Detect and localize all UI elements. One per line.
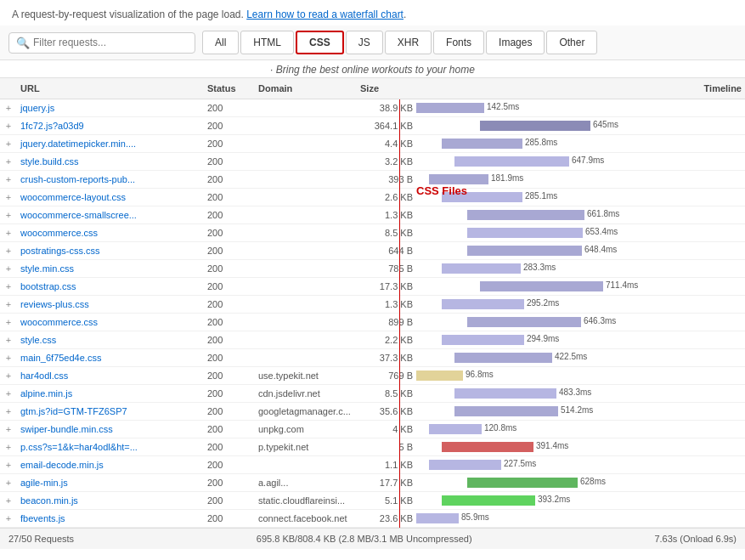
row-status: 200 [204, 101, 255, 115]
row-url[interactable]: agile-min.js [17, 476, 204, 489]
row-url[interactable]: bootstrap.css [17, 280, 204, 293]
row-timeline: 295.2ms [416, 296, 745, 313]
row-expand[interactable]: + [0, 440, 17, 454]
row-size: 17.7 KB [357, 476, 416, 489]
row-expand[interactable]: + [0, 351, 17, 365]
row-size: 17.3 KB [357, 280, 416, 293]
row-url[interactable]: style.min.css [17, 262, 204, 275]
table-row: + style.css 200 2.2 KB 294.9ms [0, 331, 745, 349]
row-expand[interactable]: + [0, 494, 17, 507]
row-status: 200 [204, 315, 255, 329]
row-url[interactable]: main_6f75ed4e.css [17, 351, 204, 365]
row-status: 200 [204, 369, 255, 382]
row-url[interactable]: 1fc72.js?a03d9 [17, 119, 204, 133]
row-url[interactable]: p.css?s=1&k=har4odl&ht=... [17, 440, 204, 454]
row-status: 200 [204, 208, 255, 222]
tab-html[interactable]: HTML [240, 31, 294, 54]
row-size: 38.9 KB [357, 101, 416, 115]
row-url[interactable]: woocommerce-smallscree... [17, 208, 204, 222]
tab-group: AllHTMLCSSJSXHRFontsImagesOther [202, 31, 597, 54]
row-url[interactable]: beacon.min.js [17, 494, 204, 507]
row-expand[interactable]: + [0, 244, 17, 257]
row-expand[interactable]: + [0, 512, 17, 525]
row-url[interactable]: style.css [17, 333, 204, 347]
row-url[interactable]: fbevents.js [17, 512, 204, 525]
row-size: 364.1 KB [357, 119, 416, 133]
table-row: + har4odl.css 200 use.typekit.net 769 B … [0, 367, 745, 385]
row-size: 3.2 KB [357, 155, 416, 168]
search-input[interactable] [33, 37, 186, 48]
row-expand[interactable]: + [0, 226, 17, 240]
row-url[interactable]: style.build.css [17, 155, 204, 168]
row-expand[interactable]: + [0, 190, 17, 204]
row-expand[interactable]: + [0, 315, 17, 329]
row-expand[interactable]: + [0, 404, 17, 418]
row-size: 4.4 KB [357, 137, 416, 150]
tab-xhr[interactable]: XHR [385, 31, 432, 54]
table-row: + woocommerce-layout.css 200 2.6 KB 285.… [0, 189, 745, 206]
filter-input-container: 🔍 [8, 32, 195, 54]
tab-fonts[interactable]: Fonts [433, 31, 484, 54]
row-url[interactable]: har4odl.css [17, 369, 204, 382]
tab-css[interactable]: CSS [296, 31, 344, 54]
row-expand[interactable]: + [0, 155, 17, 168]
row-timeline: 142.5ms [416, 99, 745, 116]
row-url[interactable]: woocommerce.css [17, 226, 204, 240]
row-status: 200 [204, 351, 255, 365]
row-expand[interactable]: + [0, 297, 17, 311]
row-url[interactable]: email-decode.min.js [17, 458, 204, 472]
top-description: A request-by-request visualization of th… [0, 0, 745, 25]
row-expand[interactable]: + [0, 458, 17, 472]
row-url[interactable]: gtm.js?id=GTM-TFZ6SP7 [17, 404, 204, 418]
row-url[interactable]: postratings-css.css [17, 244, 204, 257]
row-size: 35.6 KB [357, 404, 416, 418]
row-status: 200 [204, 173, 255, 186]
row-expand[interactable]: + [0, 208, 17, 222]
status-bar: 27/50 Requests 695.8 KB/808.4 KB (2.8 MB… [0, 528, 745, 549]
table-header: URL Status Domain Size Timeline [0, 78, 745, 99]
table-row: + jquery.datetimepicker.min.... 200 4.4 … [0, 135, 745, 153]
row-url[interactable]: alpine.min.js [17, 387, 204, 400]
row-expand[interactable]: + [0, 173, 17, 186]
row-timeline: 483.3ms [416, 385, 745, 402]
row-timeline: 661.8ms [416, 206, 745, 223]
tab-other[interactable]: Other [546, 31, 597, 54]
row-url[interactable]: swiper-bundle.min.css [17, 422, 204, 436]
row-status: 200 [204, 458, 255, 472]
row-expand[interactable]: + [0, 119, 17, 133]
row-url[interactable]: woocommerce.css [17, 315, 204, 329]
row-expand[interactable]: + [0, 476, 17, 489]
col-url: URL [17, 82, 204, 95]
tab-all[interactable]: All [202, 31, 239, 54]
row-expand[interactable]: + [0, 137, 17, 150]
row-status: 200 [204, 297, 255, 311]
table-row: + 1fc72.js?a03d9 200 364.1 KB 645ms [0, 117, 745, 135]
row-expand[interactable]: + [0, 280, 17, 293]
row-url[interactable]: crush-custom-reports-pub... [17, 173, 204, 186]
row-url[interactable]: jquery.datetimepicker.min.... [17, 137, 204, 150]
row-timeline: 391.4ms [416, 438, 745, 455]
row-expand[interactable]: + [0, 333, 17, 347]
tab-images[interactable]: Images [486, 31, 545, 54]
row-expand[interactable]: + [0, 422, 17, 436]
waterfall-link[interactable]: Learn how to read a waterfall chart [246, 8, 404, 20]
row-expand[interactable]: + [0, 369, 17, 382]
row-url[interactable]: reviews-plus.css [17, 297, 204, 311]
row-expand[interactable]: + [0, 387, 17, 400]
row-expand[interactable]: + [0, 262, 17, 275]
table-row: + alpine.min.js 200 cdn.jsdelivr.net 8.5… [0, 385, 745, 403]
row-status: 200 [204, 476, 255, 489]
row-size: 37.3 KB [357, 351, 416, 365]
row-timeline: 393.2ms [416, 492, 745, 509]
table-row: + style.min.css 200 785 B 283.3ms [0, 260, 745, 278]
tab-js[interactable]: JS [346, 31, 383, 54]
col-domain: Domain [255, 82, 357, 95]
row-status: 200 [204, 137, 255, 150]
row-timeline: 181.9ms [416, 171, 745, 188]
row-expand[interactable]: + [0, 101, 17, 115]
row-url[interactable]: woocommerce-layout.css [17, 190, 204, 204]
row-domain: cdn.jsdelivr.net [255, 387, 357, 400]
row-url[interactable]: jquery.js [17, 101, 204, 115]
size-info: 695.8 KB/808.4 KB (2.8 MB/3.1 MB Uncompr… [257, 534, 472, 544]
table-row: + postratings-css.css 200 644 B 648.4ms [0, 242, 745, 260]
